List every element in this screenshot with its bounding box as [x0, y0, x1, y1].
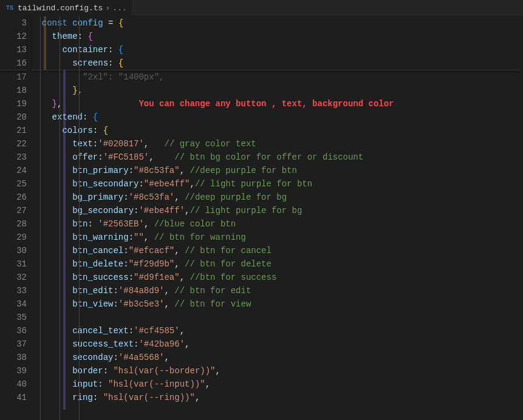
sticky-scroll-region: const config = { theme: { container: { s…	[32, 16, 523, 70]
line-number: 12	[0, 30, 27, 43]
fold-marker-icon	[63, 70, 66, 410]
line-number: 28	[0, 217, 27, 231]
line-number-gutter: 3 12 13 16 17 18 19 20 21 22 23 24 25 26…	[0, 16, 32, 420]
typescript-icon: TS	[5, 5, 15, 12]
line-number: 17	[0, 70, 27, 84]
line-number: 38	[0, 351, 27, 364]
minimap[interactable]	[519, 16, 523, 420]
breadcrumb-bar: TS tailwind.config.ts › ...	[0, 0, 523, 16]
line-number: 36	[0, 324, 27, 337]
line-number: 19	[0, 97, 27, 110]
line-number: 27	[0, 204, 27, 217]
breadcrumb-more[interactable]: ...	[112, 4, 126, 13]
line-number: 35	[0, 311, 27, 324]
code-body[interactable]: "2xl": "1400px", }, }, You can change an…	[32, 70, 523, 404]
line-number: 31	[0, 257, 27, 271]
line-number: 33	[0, 284, 27, 297]
line-number: 16	[0, 56, 27, 70]
line-number: 30	[0, 244, 27, 257]
line-number: 39	[0, 364, 27, 378]
line-number: 22	[0, 137, 27, 151]
line-number: 37	[0, 337, 27, 351]
line-number: 24	[0, 164, 27, 177]
breadcrumb-filename[interactable]: tailwind.config.ts	[18, 4, 103, 13]
line-number: 13	[0, 43, 27, 56]
line-number: 20	[0, 110, 27, 124]
line-number: 40	[0, 378, 27, 391]
breadcrumb[interactable]: TS tailwind.config.ts › ...	[0, 0, 132, 16]
inline-annotation: You can change any button , text, backgr…	[138, 99, 394, 109]
line-number: 3	[0, 16, 27, 30]
line-number: 41	[0, 391, 27, 404]
line-number: 32	[0, 271, 27, 284]
line-number: 29	[0, 231, 27, 244]
line-number: 21	[0, 124, 27, 137]
line-number: 23	[0, 151, 27, 164]
code-editor[interactable]: 3 12 13 16 17 18 19 20 21 22 23 24 25 26…	[0, 16, 523, 420]
line-number: 18	[0, 84, 27, 97]
fold-marker-icon	[44, 16, 46, 70]
line-number: 26	[0, 191, 27, 204]
code-area[interactable]: const config = { theme: { container: { s…	[32, 16, 523, 420]
line-number: 25	[0, 177, 27, 191]
line-number: 34	[0, 297, 27, 311]
chevron-right-icon: ›	[105, 4, 110, 13]
